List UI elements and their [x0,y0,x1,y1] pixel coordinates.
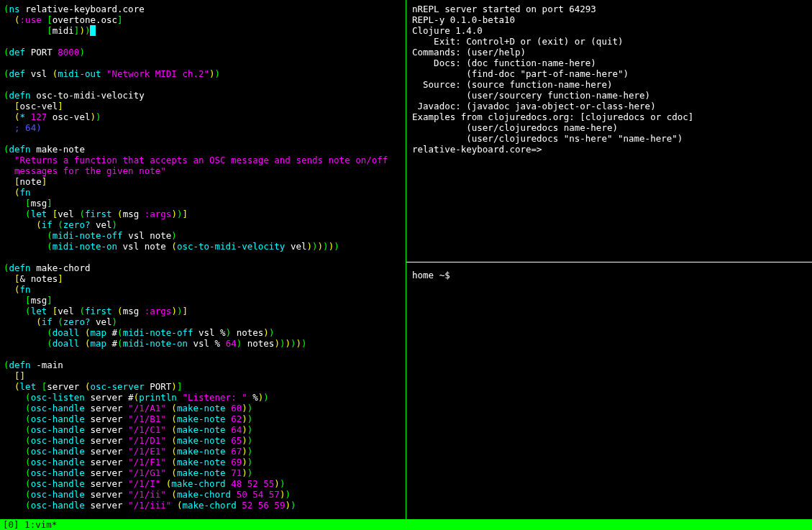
tmux-status-bar: [0] 1:vim* [0,519,812,530]
repl-pane[interactable]: nREPL server started on port 64293 REPL-… [406,0,812,262]
source-code: (ns relative-keyboard.core (:use [overto… [4,4,406,511]
editor-pane[interactable]: (ns relative-keyboard.core (:use [overto… [0,0,406,519]
status-text: [0] 1:vim* [3,519,57,530]
osc-handle-lines: (osc-handle server "/1/A1" (make-note 60… [4,403,296,511]
shell-prompt: home ~$ [412,270,812,280]
repl-output: nREPL server started on port 64293 REPL-… [412,4,812,155]
tmux-split: (ns relative-keyboard.core (:use [overto… [0,0,812,519]
shell-pane[interactable]: home ~$ [406,262,812,519]
right-pane: nREPL server started on port 64293 REPL-… [406,0,812,519]
